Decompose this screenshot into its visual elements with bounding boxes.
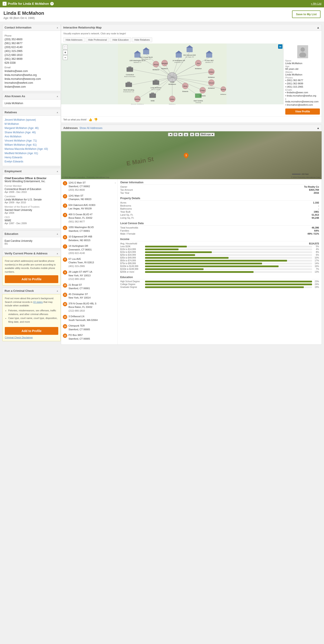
criminal-header[interactable]: Run a Criminal Check ▲ (2, 288, 61, 294)
verify-section: Verify Current Phone & Address ▲ Find ou… (2, 250, 61, 286)
relative-link[interactable]: Evelyn Edwards (4, 160, 58, 164)
svg-rect-35 (151, 92, 154, 94)
criminal-section: Run a Criminal Check ▲ Find out more abo… (2, 288, 61, 341)
relative-link[interactable]: Medfield McMahon (Age: 61) (4, 151, 58, 156)
employment-header[interactable]: Employment ▲ (2, 168, 61, 174)
nav-zoom-btn[interactable]: ⊕ (190, 133, 194, 136)
address-street: 1241 E Main ST (68, 181, 90, 184)
zoom-out-btn[interactable]: − (63, 55, 68, 60)
income-bar-container (145, 263, 312, 264)
income-bar (145, 268, 204, 270)
addresses-header[interactable]: Addresses Show All Addresses ▲ (61, 125, 322, 131)
pp-alias: Linda McMahon (285, 73, 320, 76)
rm-header[interactable]: Interactive Relationship Map ▲ (61, 24, 322, 31)
list-item: East Carolina UniversityBS (4, 240, 58, 245)
relative-link[interactable]: M McMahon (4, 122, 58, 126)
help-icon[interactable]: ? (50, 2, 54, 6)
view-profile-btn[interactable]: View Profile (285, 108, 320, 114)
show-all-addresses-link[interactable]: Show All Addresses (79, 126, 102, 130)
employment-title: Employment (4, 170, 22, 173)
income-row: $75k to $99,999 14% (120, 262, 319, 264)
pp-email4: • lmcmahon@wwfent.com (285, 104, 320, 106)
nav-zoom-out-btn[interactable]: ⊖ (195, 133, 199, 136)
address-city: Greenwich, CT 06831 (68, 248, 92, 252)
income-row: $35k to $49,999 10% (120, 256, 319, 259)
owner-row: Owner Tsi Realty Co (120, 186, 319, 188)
phone-6: (561) 362-9699 (4, 57, 58, 61)
email-4: lmcmahon@wwfent.com (4, 81, 58, 85)
list-item: 11241 E Main STStamford, CT 06902(203) 3… (63, 181, 116, 192)
address-aerial-map[interactable]: E Main St ◄ N ► ▲ ⊕ ⊖ Bird's eye ▼ (61, 131, 322, 179)
address-city: Champion, NE 69023 (68, 198, 91, 201)
verify-title: Verify Current Phone & Address (4, 252, 48, 255)
list-item: 714 Hurlingham DRGreenwich, CT 06831(203… (63, 244, 116, 255)
nav-left-btn[interactable]: ◄ (168, 133, 173, 136)
thumbs-up-btn[interactable]: 👍 (88, 118, 92, 121)
address-number: 8 (63, 258, 67, 262)
verify-header[interactable]: Verify Current Phone & Address ▲ (2, 250, 61, 257)
relative-link[interactable]: Margaret McMahon (Age: 46) (4, 126, 58, 130)
education-header[interactable]: Education ▲ (2, 231, 61, 237)
criminal-disclaimer-link[interactable]: Criminal Check Disclaimer (5, 336, 58, 339)
pp-aliases-label: Aliases: (285, 71, 320, 73)
relative-link[interactable]: Shane McMahon (Age: 46) (4, 130, 58, 134)
svg-text:Edwards: Edwards (200, 95, 206, 96)
rm-btn-education[interactable]: Hide Education (110, 38, 131, 42)
address-text: 21 Broad STStamford, CT 06901 (68, 283, 90, 290)
address-city: Stamford, CT 06901 (68, 229, 94, 233)
relatives-header[interactable]: Relatives ▲ (2, 109, 61, 116)
rm-btn-addresses[interactable]: Hide Addresses (63, 38, 85, 42)
list-item: 867 Lou AVECharles Town, RI 02813(401) 3… (63, 257, 116, 268)
nav-right-btn[interactable]: ► (178, 133, 183, 136)
pp-name: Linda McMahon (285, 62, 320, 64)
income-bar (145, 271, 254, 273)
address-number: 4 (63, 213, 67, 217)
zoom-in-btn[interactable]: + (63, 50, 68, 55)
address-phone: (401) 315-2965 (68, 264, 94, 268)
income-row: $50k to $74,999 17% (120, 260, 319, 262)
address-street: 14 Hurlingham DR (68, 244, 92, 248)
network-map[interactable]: ⛶ + − in Linda McMahon (61, 44, 284, 104)
relative-link[interactable]: Marissa Mazzola-McMahon (Age: 43) (4, 147, 58, 151)
phone-label: Phone (4, 34, 58, 37)
rm-btn-professional[interactable]: Hide Professional (86, 38, 109, 42)
fullscreen-btn[interactable]: ⛶ (63, 45, 68, 50)
thumbs-down-btn[interactable]: 👎 (94, 118, 98, 121)
svg-text:McMahon: McMahon (153, 69, 160, 70)
email-3: linda.mcmahon@wwecorp.com (4, 77, 58, 81)
birds-eye-btn[interactable]: Bird's eye ▼ (200, 133, 214, 136)
svg-text:Board of Education: Board of Education (124, 76, 135, 77)
criminal-states-link[interactable]: 43 states (33, 301, 43, 303)
rm-btn-relatives[interactable]: Hide Relatives (132, 38, 152, 42)
income-label: $100k to $149,999 (120, 265, 144, 268)
relative-link[interactable]: Henry Edwards (4, 156, 58, 160)
nav-up-btn[interactable]: ▲ (184, 133, 188, 136)
edu-pct: 23% (313, 280, 319, 283)
list-item: Jincent McMahon (spouse) (4, 118, 58, 122)
relative-link[interactable]: William McMahon (Age: 61) (4, 143, 58, 147)
list-item: Margaret McMahon (Age: 46) (4, 126, 58, 130)
phone-3: (203) 622-4140 (4, 45, 58, 49)
contact-header[interactable]: Contact Information ▲ (2, 24, 61, 31)
nav-n-btn[interactable]: N (173, 133, 178, 136)
svg-text:Henry: Henry (183, 86, 188, 87)
mylist-link[interactable]: « My List (311, 2, 322, 5)
app-icon: ≡ (2, 2, 6, 6)
email-1: lindadns@wwe.com (4, 69, 58, 73)
address-street: 1055 Washington BLVD (68, 226, 94, 229)
svg-text:University: University (196, 102, 201, 103)
left-column: Contact Information ▲ Phone (203) 352-86… (2, 24, 61, 344)
address-city: New York, NY 10014 (68, 296, 90, 300)
svg-text:400 S Ocean BLVD: 400 S Ocean BLVD (140, 56, 153, 58)
linkedin-icon[interactable]: in (278, 44, 282, 49)
employment-type: Former Member (4, 184, 58, 187)
address-expand-icon[interactable]: › (115, 181, 116, 184)
relative-link[interactable]: Vincent McMahon (Age: 71) (4, 139, 58, 143)
criminal-add-button[interactable]: Add to Profile (5, 327, 58, 335)
relative-link[interactable]: Ano McMahon (4, 134, 58, 139)
verify-add-button[interactable]: Add to Profile (5, 275, 58, 283)
relative-link[interactable]: Jincent McMahon (spouse) (4, 118, 58, 122)
save-to-mylist-button[interactable]: Save to My List (292, 10, 320, 18)
list-item: 12378 N Ocean BLVD #BL SBoca Raton, FL 3… (63, 302, 116, 313)
aka-header[interactable]: Also Known As ▲ (2, 93, 61, 100)
